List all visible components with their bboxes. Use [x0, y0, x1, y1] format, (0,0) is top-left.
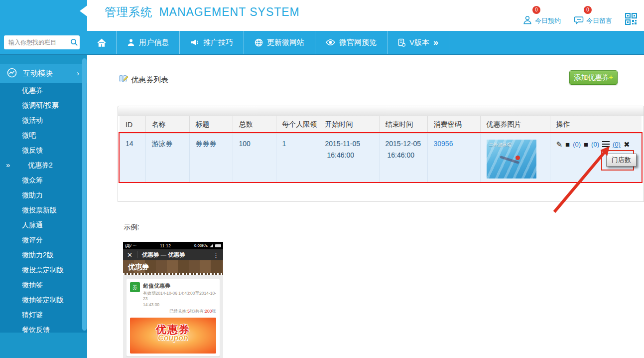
- search-input[interactable]: [4, 35, 80, 49]
- app-title-en: MANAGEMENT SYSTEM: [159, 5, 299, 18]
- end-time: 16:46:00: [386, 151, 427, 159]
- col-total: 总数: [233, 116, 276, 133]
- carrier-text: (Д)/ ···: [125, 243, 136, 248]
- store-count-link[interactable]: (0): [613, 141, 621, 148]
- sidebar-item-survey-vote[interactable]: 微调研/投票: [0, 98, 87, 113]
- sidebar-search: [0, 31, 87, 54]
- coupon-banner-image: 优惠券 Coupon: [130, 318, 216, 354]
- action-icons: ✎ ■(0) ■(0) (0) ✖: [556, 140, 642, 148]
- nav-version[interactable]: V版本 »: [387, 31, 449, 54]
- records-icon[interactable]: ■: [565, 141, 570, 148]
- sidebar-item-rating[interactable]: 微评分: [0, 232, 87, 247]
- nav-home[interactable]: [87, 31, 117, 54]
- active-marker-icon: »: [6, 158, 9, 173]
- coupon-table-panel: ID 名称 标题 总数 每个人限领 开始时间 结束时间 消费密码 优惠券图片 操…: [118, 106, 644, 202]
- megaphone-icon: [190, 38, 199, 46]
- nav-update-microsite-label: 更新微网站: [267, 38, 304, 47]
- booking-count-badge: 0: [532, 6, 540, 14]
- table-footer-row: [120, 182, 642, 196]
- book-edit-icon: [119, 75, 129, 85]
- coupon-card-head: 券 超值优惠券 有效期2014-10-06 14:43:00至2014-10-2…: [130, 282, 216, 308]
- cell-limit: 1: [276, 133, 319, 182]
- sidebar-item-activity[interactable]: 微活动: [0, 113, 87, 128]
- sidebar-item-boost[interactable]: 微助力: [0, 187, 87, 202]
- nav-update-microsite[interactable]: 更新微网站: [244, 31, 315, 54]
- globe-icon: [255, 38, 263, 47]
- cell-start: 2015-11-05 16:46:00: [319, 133, 379, 182]
- total-number: 200: [205, 309, 212, 314]
- signal-icon: [210, 244, 213, 247]
- logo-notch-arrow-icon: [80, 5, 87, 16]
- sidebar-item-contacts[interactable]: 人脉通: [0, 217, 87, 232]
- search-icon[interactable]: [70, 38, 78, 48]
- qr-code-button[interactable]: [625, 13, 637, 27]
- table-row: 14 游泳券 券券券 100 1 2015-11-05 16:46:00 201…: [120, 133, 642, 182]
- coupon-table: ID 名称 标题 总数 每个人限领 开始时间 结束时间 消费密码 优惠券图片 操…: [120, 116, 642, 196]
- validity-line2: 14:43:00: [143, 302, 216, 308]
- add-coupon-button-label: 添加优惠券: [574, 73, 609, 81]
- nav-promotion-tips[interactable]: 推广技巧: [180, 31, 244, 54]
- person-icon: [522, 15, 532, 27]
- sidebar-item-boost2[interactable]: 微助力2版: [0, 247, 87, 262]
- phone-page-title: 优惠券 — 优惠券: [142, 251, 208, 259]
- chevron-right-icon: ›: [77, 69, 79, 77]
- table-header-row: ID 名称 标题 总数 每个人限领 开始时间 结束时间 消费密码 优惠券图片 操…: [120, 116, 642, 133]
- cell-image: 二外游泳馆: [480, 133, 550, 182]
- page-title: 优惠券列表: [131, 75, 168, 85]
- store-count-tooltip: 门店数: [606, 154, 637, 167]
- app-title-zh: 管理系统: [105, 5, 152, 18]
- speech-bubble-icon: [574, 15, 584, 27]
- used-records-icon[interactable]: ■: [584, 141, 588, 148]
- nav-site-preview[interactable]: 微官网预览: [315, 31, 387, 54]
- swim-cap-dot: [515, 156, 520, 160]
- sidebar-item-vote-new[interactable]: 微投票新版: [0, 202, 87, 217]
- status-time: 11:12: [138, 243, 192, 248]
- sidebar-item-bar[interactable]: 微吧: [0, 128, 87, 143]
- phone-example-mockup: (Д)/ ··· 11:12 0.00K/s ✕ 优惠券 — 优惠券 ⋮ 优惠券…: [123, 242, 223, 358]
- col-password: 消费密码: [427, 116, 480, 133]
- col-start-time: 开始时间: [319, 116, 379, 133]
- records-count-link[interactable]: (0): [573, 141, 581, 148]
- today-message-button[interactable]: 0 今日留言: [574, 7, 612, 27]
- menu-dots-icon: ⋮: [213, 251, 219, 259]
- sidebar-item-riddle[interactable]: 猜灯谜: [0, 307, 87, 322]
- col-name: 名称: [145, 116, 189, 133]
- sidebar: 互动模块 › 优惠券 微调研/投票 微活动 微吧 微反馈 » 优惠券2 微众筹 …: [0, 55, 87, 358]
- today-booking-button[interactable]: 0 今日预约: [522, 7, 561, 27]
- sidebar-item-lottery-custom[interactable]: 微抽签定制版: [0, 292, 87, 307]
- validity-line1: 有效期2014-10-06 14:43:00至2014-10-23: [143, 291, 216, 302]
- sidebar-scrollbar[interactable]: [82, 58, 87, 331]
- cell-total: 100: [233, 133, 276, 182]
- sidebar-item-crowdfunding[interactable]: 微众筹: [0, 173, 87, 187]
- add-coupon-button[interactable]: 添加优惠券+: [569, 70, 618, 85]
- nav-site-preview-label: 微官网预览: [339, 38, 377, 47]
- sidebar-section-label: 互动模块: [23, 69, 53, 78]
- store-list-icon[interactable]: [602, 141, 610, 147]
- sidebar-item-feedback[interactable]: 微反馈: [0, 143, 87, 158]
- phone-status-bar: (Д)/ ··· 11:12 0.00K/s: [123, 242, 223, 249]
- app-window: 管理系统 MANAGEMENT SYSTEM 0 今日预约 0 今日留言: [0, 0, 644, 358]
- plus-icon: +: [609, 73, 613, 81]
- today-booking-label: 今日预约: [535, 16, 561, 25]
- sidebar-item-restaurant-feedback[interactable]: 餐饮反馈: [0, 322, 87, 333]
- edit-icon[interactable]: ✎: [556, 141, 563, 148]
- redeemed-mid: 张/共有:: [190, 309, 205, 314]
- sidebar-item-coupon[interactable]: 优惠券: [0, 83, 87, 98]
- nav-user-info[interactable]: 用户信息: [117, 31, 180, 54]
- sidebar-item-vote-custom[interactable]: 微投票定制版: [0, 262, 87, 277]
- message-count-badge: 0: [584, 6, 592, 14]
- coupon-image: 二外游泳馆: [487, 140, 536, 179]
- sidebar-section-interactive-modules[interactable]: 互动模块 ›: [0, 64, 87, 83]
- coupon-badge-icon: 券: [130, 282, 140, 292]
- home-icon: [97, 38, 106, 47]
- col-title: 标题: [189, 116, 233, 133]
- close-icon: ✕: [127, 251, 132, 259]
- sidebar-item-lottery[interactable]: 微抽签: [0, 277, 87, 292]
- cell-title: 券券券: [189, 133, 233, 182]
- sidebar-item-coupon2-active[interactable]: » 优惠券2: [0, 158, 87, 173]
- cell-password: 30956: [427, 133, 480, 182]
- used-count-link[interactable]: (0): [591, 141, 599, 148]
- nav-user-info-label: 用户信息: [139, 38, 169, 47]
- coupon-validity: 有效期2014-10-06 14:43:00至2014-10-23 14:43:…: [143, 291, 216, 308]
- delete-icon[interactable]: ✖: [624, 141, 630, 148]
